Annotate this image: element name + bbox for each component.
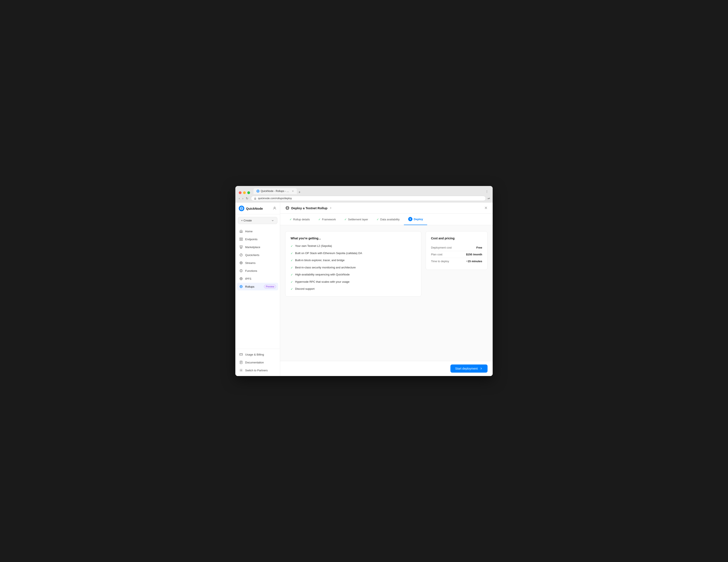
create-button[interactable]: + Create (238, 217, 277, 224)
svg-point-30 (241, 370, 242, 371)
start-deployment-button[interactable]: Start deployment (450, 365, 488, 373)
step-number: 5 (408, 217, 412, 221)
sidebar-item-usage-billing[interactable]: Usage & Billing (237, 351, 278, 358)
step-label: Framework (322, 218, 336, 221)
forward-button[interactable]: › (242, 196, 244, 200)
feature-check-icon: ✓ (291, 258, 293, 262)
home-icon (239, 229, 243, 233)
page-globe-icon (285, 206, 290, 210)
feature-check-icon: ✓ (291, 273, 293, 277)
cost-card: Cost and pricing Deployment cost Free Pl… (426, 231, 488, 270)
sidebar-item-marketplace[interactable]: Marketplace (237, 243, 278, 251)
getting-card: What you're getting... ✓ Your own Testne… (285, 231, 421, 297)
feature-check-icon: ✓ (291, 287, 293, 291)
sidebar-header: QuickNode (235, 203, 280, 214)
feature-text: Built on OP Stack with Ethereum Sepolia … (295, 251, 362, 255)
logo-icon (239, 206, 244, 211)
svg-point-12 (240, 248, 241, 248)
browser-menu-button[interactable]: ⋮ (485, 190, 488, 193)
functions-icon (239, 269, 243, 273)
feature-text: Best-in-class security monitoring and ar… (295, 265, 356, 270)
step-framework[interactable]: ✓ Framework (314, 214, 340, 224)
svg-point-16 (240, 262, 242, 263)
chevron-down-icon (271, 219, 274, 222)
step-check-icon: ✓ (377, 218, 379, 221)
reload-button[interactable]: ↻ (245, 196, 249, 200)
page-footer: Start deployment (280, 361, 493, 376)
logo: QuickNode (239, 206, 263, 211)
sidebar-item-documentation[interactable]: Documentation (237, 359, 278, 366)
page-header: Deploy a Testnet Rollup ✕ (280, 203, 493, 213)
step-settlement-layer[interactable]: ✓ Settlement layer (340, 214, 372, 224)
switch-icon (239, 368, 243, 372)
feature-check-icon: ✓ (291, 251, 293, 255)
billing-icon (239, 353, 243, 356)
sidebar-item-label: Functions (245, 269, 257, 272)
step-check-icon: ✓ (344, 218, 347, 221)
tab-close-button[interactable]: ✕ (292, 190, 294, 192)
close-button[interactable]: ✕ (484, 206, 488, 210)
streams-icon (239, 261, 243, 265)
step-data-availability[interactable]: ✓ Data availability (372, 214, 404, 224)
sidebar-item-switch-partners[interactable]: Switch to Partners (237, 367, 278, 374)
cost-row-deployment: Deployment cost Free (431, 244, 482, 251)
bell-icon (239, 253, 243, 257)
sidebar: QuickNode + Create (235, 203, 280, 376)
cost-value: ~15 minutes (466, 259, 482, 263)
traffic-light-red[interactable] (239, 191, 242, 194)
cost-label: Plan cost (431, 253, 442, 256)
sidebar-item-quickalerts[interactable]: QuickAlerts (237, 251, 278, 259)
url-text: quicknode.com/rollups/deploy (258, 197, 292, 200)
sidebar-footer: Usage & Billing Documentation (235, 349, 280, 376)
sidebar-item-label: Marketplace (245, 245, 260, 249)
traffic-light-green[interactable] (247, 191, 250, 194)
sidebar-item-label: Streams (245, 261, 255, 264)
sidebar-item-endpoints[interactable]: Endpoints (237, 235, 278, 243)
step-deploy[interactable]: 5 Deploy (404, 213, 427, 225)
cost-value: $150 /month (466, 253, 482, 256)
svg-point-13 (241, 248, 242, 248)
cost-label: Time to deploy (431, 259, 449, 263)
sidebar-item-label: Documentation (245, 361, 264, 364)
sidebar-item-rollups[interactable]: Rollups Preview (237, 283, 278, 291)
server-icon (239, 237, 243, 241)
new-tab-button[interactable]: + (297, 190, 302, 194)
extensions-button[interactable]: ⇌ (488, 197, 490, 200)
back-button[interactable]: ‹ (238, 196, 241, 200)
cost-row-time: Time to deploy ~15 minutes (431, 258, 482, 264)
feature-item: ✓ Discord support (291, 287, 416, 291)
browser-tab[interactable]: QuickNode - Rollups - Deplo... ✕ (253, 188, 297, 194)
tab-favicon (256, 189, 259, 192)
step-rollup-details[interactable]: ✓ Rollup details (285, 214, 314, 224)
feature-check-icon: ✓ (291, 265, 293, 270)
svg-rect-9 (240, 239, 242, 240)
user-icon (273, 206, 277, 210)
sidebar-item-home[interactable]: Home (237, 227, 278, 235)
feature-text: High-availability sequencing with QuickN… (295, 272, 350, 277)
sidebar-item-functions[interactable]: Functions (237, 267, 278, 274)
svg-rect-24 (240, 354, 242, 355)
sidebar-item-label: IPFS (245, 277, 251, 280)
sidebar-item-label: Switch to Partners (245, 369, 268, 372)
feature-item: ✓ Built-in block explorer, tracer, and b… (291, 258, 416, 262)
sidebar-item-label: Home (245, 230, 253, 233)
sidebar-item-ipfs[interactable]: IPFS (237, 275, 278, 283)
feature-text: Built-in block explorer, tracer, and bri… (295, 258, 345, 262)
feature-item: ✓ Your own Testnet L2 (Sepolia) (291, 244, 416, 248)
sidebar-item-streams[interactable]: Streams (237, 259, 278, 267)
traffic-light-yellow[interactable] (243, 191, 246, 194)
breadcrumb-chevron-icon (329, 206, 332, 209)
feature-item: ✓ High-availability sequencing with Quic… (291, 272, 416, 277)
feature-text: Hypernode RPC that scales with your usag… (295, 280, 349, 284)
cost-card-title: Cost and pricing (431, 236, 482, 240)
address-bar[interactable]: quicknode.com/rollups/deploy (251, 196, 486, 201)
feature-text: Discord support (295, 287, 314, 291)
sidebar-item-label: Usage & Billing (245, 353, 264, 356)
docs-icon (239, 361, 243, 364)
main-content: Deploy a Testnet Rollup ✕ ✓ Rollup detai… (280, 203, 493, 376)
user-profile-button[interactable] (273, 206, 277, 211)
page-title: Deploy a Testnet Rollup (291, 206, 328, 210)
step-check-icon: ✓ (290, 218, 292, 221)
preview-badge: Preview (264, 285, 276, 289)
getting-card-title: What you're getting... (291, 236, 416, 240)
